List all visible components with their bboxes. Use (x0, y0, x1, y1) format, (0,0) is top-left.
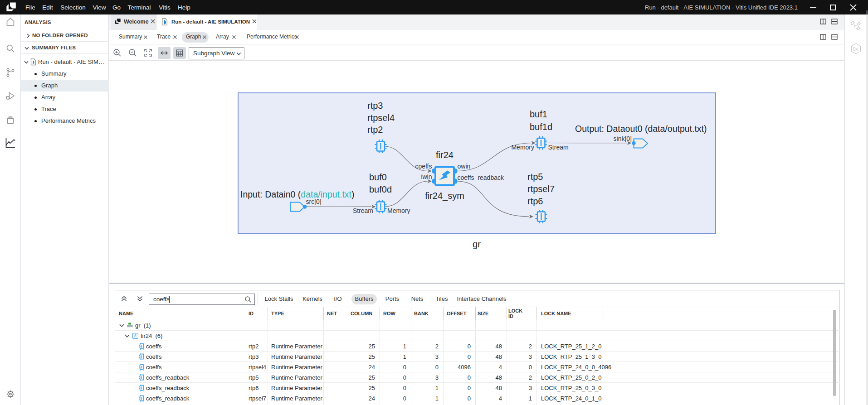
svg-text:Stream: Stream (548, 144, 569, 151)
svg-text:Memory: Memory (511, 144, 534, 151)
svg-text:fir24: fir24 (436, 150, 454, 160)
svg-text:buf1d: buf1d (530, 122, 552, 132)
svg-text:buf0d: buf0d (369, 184, 392, 194)
svg-text:buf1: buf1 (530, 109, 547, 119)
svg-text:Stream: Stream (353, 207, 373, 214)
svg-text:rtp6: rtp6 (527, 196, 543, 206)
svg-text:rtpsel4: rtpsel4 (367, 113, 395, 123)
svg-text:0x: 0x (853, 47, 858, 52)
svg-text:Input: Datain0 (data/input.txt: Input: Datain0 (data/input.txt) (240, 189, 355, 199)
svg-text:rtpsel7: rtpsel7 (527, 184, 555, 194)
svg-text:fir24_sym: fir24_sym (425, 191, 464, 201)
svg-text:coeffs: coeffs (415, 163, 432, 170)
svg-text:Output: Dataout0 (data/output.: Output: Dataout0 (data/output.txt) (575, 124, 707, 134)
svg-text:rtp5: rtp5 (527, 172, 543, 182)
svg-text:Memory: Memory (387, 207, 410, 214)
svg-text:coeffs_readback: coeffs_readback (458, 174, 504, 181)
svg-text:buf0: buf0 (369, 172, 387, 182)
svg-text:src[0]: src[0] (306, 198, 322, 205)
svg-text:iwin: iwin (421, 173, 432, 180)
svg-text:owin: owin (458, 163, 471, 170)
svg-text:gr: gr (473, 239, 481, 249)
svg-text:rtp2: rtp2 (367, 125, 383, 135)
svg-text:sink[0]: sink[0] (614, 135, 632, 142)
svg-text:rtp3: rtp3 (367, 101, 383, 111)
